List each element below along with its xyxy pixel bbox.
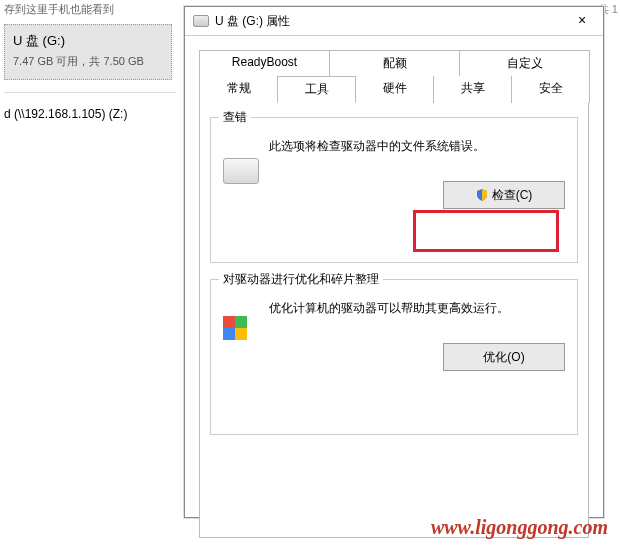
dialog-titlebar[interactable]: U 盘 (G:) 属性 × bbox=[185, 7, 603, 36]
defrag-icon bbox=[223, 316, 251, 344]
tab-quota[interactable]: 配额 bbox=[329, 50, 460, 76]
tab-row-2: 常规 工具 硬件 共享 安全 bbox=[199, 76, 589, 103]
drive-title: U 盘 (G:) bbox=[13, 31, 163, 51]
tab-hardware[interactable]: 硬件 bbox=[355, 76, 434, 103]
group-legend-optimize: 对驱动器进行优化和碎片整理 bbox=[219, 271, 383, 288]
drive-capacity: 7.47 GB 可用，共 7.50 GB bbox=[13, 53, 163, 70]
tab-general[interactable]: 常规 bbox=[199, 76, 278, 103]
shield-icon bbox=[476, 189, 488, 201]
drive-icon bbox=[193, 15, 209, 27]
check-button-label: 检查(C) bbox=[492, 187, 533, 204]
dialog-title: U 盘 (G:) 属性 bbox=[215, 13, 565, 30]
tab-security[interactable]: 安全 bbox=[511, 76, 590, 103]
tab-tools[interactable]: 工具 bbox=[277, 76, 356, 103]
group-legend-check: 查错 bbox=[219, 109, 251, 126]
tab-row-1: ReadyBoost 配额 自定义 bbox=[199, 50, 589, 76]
tab-panel-tools: 查错 此选项将检查驱动器中的文件系统错误。 检查(C) 对驱动器进行优化和碎片整… bbox=[199, 102, 589, 538]
separator bbox=[4, 92, 176, 93]
properties-dialog: U 盘 (G:) 属性 × ReadyBoost 配额 自定义 常规 工具 硬件… bbox=[184, 6, 604, 518]
selected-drive[interactable]: U 盘 (G:) 7.47 GB 可用，共 7.50 GB bbox=[4, 24, 172, 80]
tabs: ReadyBoost 配额 自定义 常规 工具 硬件 共享 安全 bbox=[199, 50, 589, 103]
optimize-button[interactable]: 优化(O) bbox=[443, 343, 565, 371]
check-button[interactable]: 检查(C) bbox=[443, 181, 565, 209]
tab-sharing[interactable]: 共享 bbox=[433, 76, 512, 103]
network-drive-item[interactable]: d (\\192.168.1.105) (Z:) bbox=[4, 107, 172, 121]
watermark: www.ligonggong.com bbox=[431, 516, 608, 539]
group-optimize: 对驱动器进行优化和碎片整理 优化计算机的驱动器可以帮助其更高效运行。 优化(O) bbox=[210, 279, 578, 435]
optimize-button-label: 优化(O) bbox=[483, 349, 524, 366]
explorer-left-pane: U 盘 (G:) 7.47 GB 可用，共 7.50 GB d (\\192.1… bbox=[0, 0, 180, 545]
highlight-box bbox=[413, 210, 559, 252]
check-description: 此选项将检查驱动器中的文件系统错误。 bbox=[269, 138, 565, 155]
tab-readyboost[interactable]: ReadyBoost bbox=[199, 50, 330, 76]
close-button[interactable]: × bbox=[565, 10, 599, 32]
drive-image-icon bbox=[223, 158, 259, 184]
tab-customize[interactable]: 自定义 bbox=[459, 50, 590, 76]
group-error-checking: 查错 此选项将检查驱动器中的文件系统错误。 检查(C) bbox=[210, 117, 578, 263]
optimize-description: 优化计算机的驱动器可以帮助其更高效运行。 bbox=[269, 300, 565, 317]
